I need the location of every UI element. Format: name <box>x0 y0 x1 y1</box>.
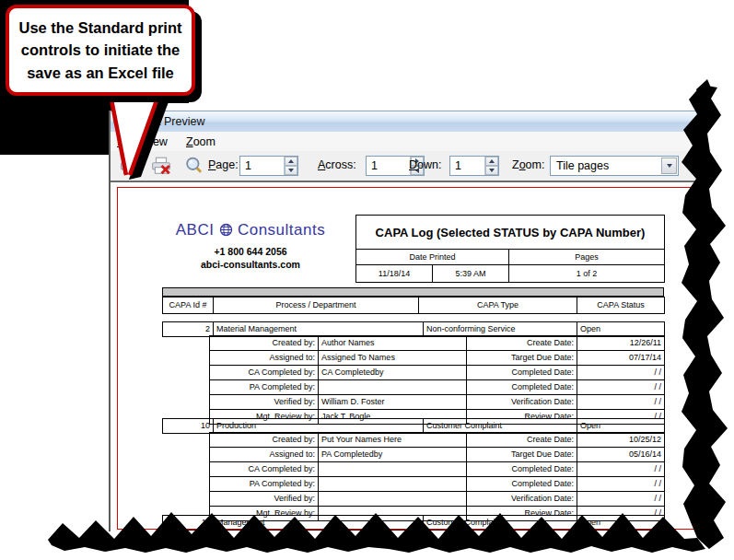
detail-date-label: Create Date: <box>467 336 577 351</box>
report-page: ABCI Consultants +1 800 644 2056 abci-co… <box>117 187 704 530</box>
detail-date-label: Completed Date: <box>467 462 577 477</box>
detail-date: / / <box>577 380 665 395</box>
detail-label: Assigned to: <box>210 351 319 366</box>
toolbar: Page: Across: Down: <box>111 151 704 181</box>
detail-value <box>319 477 467 492</box>
detail-value <box>319 492 467 507</box>
table-row: CA Completed by: CA Completedby Complete… <box>210 366 665 380</box>
torn-edge-notch <box>696 79 713 101</box>
page-spinner <box>284 157 297 175</box>
down-spin-up-button[interactable] <box>485 157 498 166</box>
down-spinner <box>484 157 498 175</box>
detail-value <box>319 380 467 395</box>
window-title: Report Preview <box>126 115 204 128</box>
logo-phone: +1 800 644 2056 <box>162 246 339 257</box>
menu-file-accel: F <box>117 135 124 148</box>
detail-date: 10/25/12 <box>577 433 665 448</box>
capa-id: 10 <box>163 419 214 434</box>
zoom-label: Zoom: <box>512 158 544 171</box>
across-input[interactable] <box>367 157 414 175</box>
detail-date-label: Completed Date: <box>467 380 577 395</box>
detail-label: Created by: <box>210 336 319 351</box>
title-bar: Report Preview <box>111 111 704 134</box>
zoom-dropdown[interactable]: Tile pages <box>550 156 679 176</box>
detail-value: Assigned To Names <box>319 351 467 366</box>
page-spinbox <box>239 156 298 176</box>
across-label: Across: <box>318 158 356 171</box>
detail-date: / / <box>577 462 665 477</box>
menu-zoom[interactable]: Zoom <box>183 134 218 150</box>
down-label-rest: own: <box>417 158 441 171</box>
dropdown-arrow-icon <box>667 164 672 168</box>
page-label-rest: age: <box>216 158 238 171</box>
printed-date: 11/18/14 <box>356 265 433 283</box>
date-printed-label: Date Printed <box>356 250 509 265</box>
across-label-rest: cross: <box>325 158 355 171</box>
detail-date: / / <box>577 492 665 507</box>
detail-label: Verified by: <box>210 492 319 507</box>
down-spin-down-button[interactable] <box>485 166 498 175</box>
zoom-dropdown-button[interactable] <box>661 158 677 174</box>
menu-zoom-rest: oom <box>193 135 216 148</box>
page-spin-up-button[interactable] <box>285 157 297 166</box>
brand-line: ABCI Consultants <box>162 221 339 239</box>
menu-file[interactable]: File <box>114 134 138 150</box>
zoom-label-accel: o <box>519 158 526 171</box>
detail-value: PA Completedby <box>319 448 467 462</box>
detail-date: / / <box>577 477 665 492</box>
capa-block-header: 11 Management Customer Complaint Open <box>162 515 665 531</box>
callout-bubble: Use the Standard print controls to initi… <box>6 5 195 96</box>
capa-status: Open <box>577 516 665 531</box>
detail-label: PA Completed by: <box>210 477 319 492</box>
col-capa-type: CAPA Type <box>419 298 577 314</box>
detail-date-label: Target Due Date: <box>467 448 577 462</box>
screenshot-canvas: Report Preview File View Zoom <box>0 0 734 560</box>
zoom-magnifier-button[interactable] <box>185 157 204 175</box>
menu-file-rest: ile <box>124 135 136 148</box>
column-header-strip <box>162 287 664 297</box>
col-capa-status: CAPA Status <box>577 298 665 314</box>
col-process-department: Process / Department <box>214 298 419 314</box>
detail-date: 12/26/11 <box>577 336 665 351</box>
pages-value: 1 of 2 <box>509 265 665 283</box>
detail-label: Verified by: <box>210 395 319 410</box>
detail-date-label: Verification Date: <box>467 492 577 507</box>
detail-date: 07/17/14 <box>577 351 665 366</box>
menu-view[interactable]: View <box>140 134 170 150</box>
zoom-label-rest: om: <box>526 158 545 171</box>
capa-id: 11 <box>163 516 214 531</box>
report-header-box: CAPA Log (Selected STATUS by CAPA Number… <box>355 215 665 283</box>
report-title: CAPA Log (Selected STATUS by CAPA Number… <box>356 216 665 250</box>
capa-department: Management <box>214 516 424 531</box>
detail-date-label: Completed Date: <box>467 366 577 380</box>
detail-value <box>319 462 467 477</box>
table-row: CA Completed by: Completed Date: / / <box>210 462 665 477</box>
column-header-row: CAPA Id # Process / Department CAPA Type… <box>162 297 665 314</box>
print-button[interactable] <box>120 157 140 175</box>
col-capa-id: CAPA Id # <box>163 298 214 314</box>
capa-id: 2 <box>163 322 214 337</box>
detail-date-label: Create Date: <box>467 433 577 448</box>
down-label-accel: D <box>409 158 417 171</box>
down-input[interactable] <box>450 157 489 175</box>
menu-view-rest: iew <box>150 135 168 148</box>
detail-value: William D. Foster <box>319 395 467 410</box>
page-spin-down-button[interactable] <box>285 166 297 175</box>
detail-date-label: Verification Date: <box>467 395 577 410</box>
brand-right: Consultants <box>238 221 325 239</box>
down-arrow-icon <box>288 169 294 172</box>
printed-time: 5:39 AM <box>433 265 509 283</box>
logo-website: abci-consultants.com <box>162 259 339 270</box>
table-row: Verified by: Verification Date: / / <box>210 492 665 507</box>
pages-label: Pages <box>509 250 665 265</box>
detail-value: CA Completedby <box>319 366 467 380</box>
detail-date: / / <box>577 366 665 380</box>
menu-zoom-accel: Z <box>186 135 193 148</box>
globe-icon <box>219 223 233 237</box>
cancel-print-button[interactable] <box>151 157 171 175</box>
detail-date: / / <box>577 395 665 410</box>
page-input[interactable] <box>240 157 288 175</box>
capa-type: Customer Complaint <box>424 516 577 531</box>
detail-date-label: Completed Date: <box>467 477 577 492</box>
detail-label: CA Completed by: <box>210 366 319 380</box>
